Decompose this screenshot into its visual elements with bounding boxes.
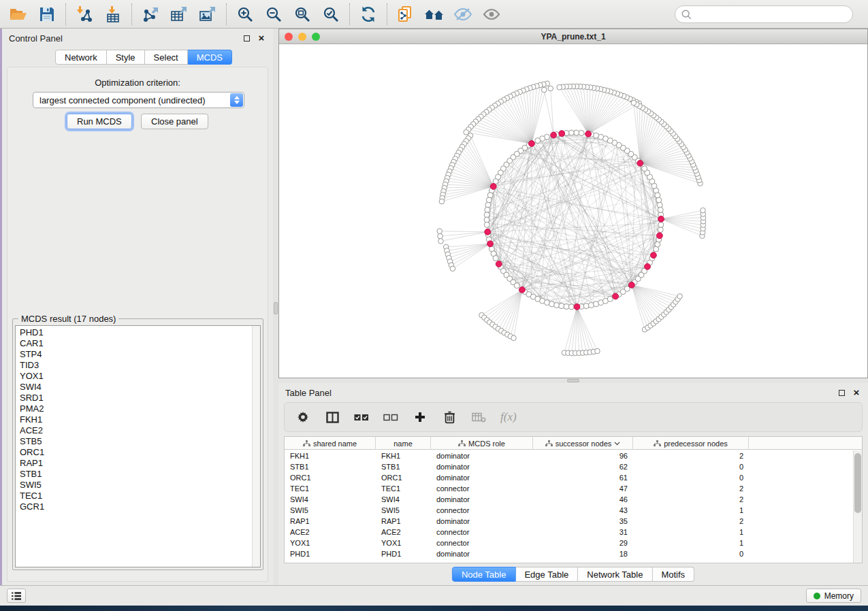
column-header-shared-name[interactable]: shared name — [285, 437, 376, 450]
delete-column-button[interactable] — [442, 410, 457, 425]
first-neighbors-button[interactable] — [423, 3, 445, 25]
scrollbar-thumb[interactable] — [854, 453, 861, 513]
splitter-handle[interactable] — [274, 302, 278, 314]
mcds-result-item[interactable]: GCR1 — [16, 501, 251, 512]
delete-table-icon — [472, 412, 486, 423]
mcds-result-item[interactable]: ORC1 — [16, 447, 251, 458]
run-mcds-button[interactable]: Run MCDS — [67, 114, 132, 129]
mcds-result-item[interactable]: ACE2 — [16, 425, 251, 436]
float-icon — [839, 390, 845, 396]
mcds-result-item[interactable]: STP4 — [16, 349, 251, 360]
mcds-result-item[interactable]: STB1 — [16, 469, 251, 480]
refresh-view-button[interactable] — [357, 3, 379, 25]
float-icon — [244, 35, 250, 42]
column-header-MCDS-role[interactable]: MCDS role — [431, 437, 533, 450]
mcds-result-item[interactable]: SWI5 — [16, 480, 251, 491]
table-cell: 46 — [533, 494, 633, 505]
export-image-button[interactable] — [197, 3, 219, 25]
zoom-out-button[interactable] — [263, 3, 285, 25]
mcds-result-item[interactable]: SWI4 — [16, 382, 251, 393]
zoom-selected-button[interactable] — [320, 3, 342, 25]
criterion-select[interactable]: largest connected component (undirected) — [33, 92, 244, 108]
close-panel-button-mcds[interactable]: Close panel — [141, 114, 208, 129]
open-session-button[interactable] — [7, 3, 29, 25]
table-row[interactable]: RAP1RAP1dominator352 — [285, 516, 852, 527]
float-panel-button[interactable] — [242, 33, 251, 43]
import-network-button[interactable] — [74, 3, 95, 25]
search-input[interactable] — [695, 10, 847, 19]
table-header-row: shared namenameMCDS rolesuccessor nodesp… — [285, 437, 862, 450]
export-table-icon — [170, 5, 188, 23]
show-all-button[interactable] — [481, 3, 502, 25]
clone-network-button[interactable] — [395, 3, 417, 25]
deselect-all-columns-button[interactable] — [383, 410, 398, 425]
table-cell: dominator — [431, 494, 533, 505]
tab-select[interactable]: Select — [145, 50, 188, 65]
show-panel-list-button[interactable] — [7, 589, 26, 603]
table-cell: 0 — [633, 461, 749, 472]
network-canvas[interactable] — [279, 44, 867, 378]
select-all-columns-button[interactable] — [354, 410, 369, 425]
column-header-name[interactable]: name — [376, 437, 431, 450]
table-row[interactable]: ORC1ORC1dominator610 — [285, 472, 852, 483]
search-field[interactable] — [675, 5, 853, 23]
export-network-icon — [142, 5, 159, 23]
mcds-hub-node — [487, 241, 494, 247]
export-table-button[interactable] — [168, 3, 190, 25]
save-session-button[interactable] — [36, 3, 58, 25]
vertical-splitter[interactable] — [273, 29, 278, 585]
table-toolbar: f(x) — [284, 402, 863, 432]
table-row[interactable]: FKH1FKH1dominator962 — [285, 450, 852, 461]
create-column-button[interactable] — [413, 410, 428, 425]
mcds-result-item[interactable]: PMA2 — [16, 403, 251, 414]
mcds-result-item[interactable]: TEC1 — [16, 491, 251, 501]
tab-node-table[interactable]: Node Table — [452, 567, 516, 582]
table-settings-button[interactable] — [295, 410, 310, 425]
mcds-result-item[interactable]: CAR1 — [16, 338, 251, 349]
mcds-list-scrollbar[interactable] — [252, 326, 260, 567]
close-panel-button[interactable]: × — [257, 33, 266, 43]
table-cell: STB1 — [285, 461, 376, 472]
tab-mcds[interactable]: MCDS — [188, 50, 232, 65]
column-label: MCDS role — [468, 440, 505, 448]
import-table-button[interactable] — [102, 3, 124, 25]
mcds-result-item[interactable]: YOX1 — [16, 371, 251, 382]
table-row[interactable]: PHD1PHD1dominator180 — [285, 548, 852, 559]
mcds-result-item[interactable]: RAP1 — [16, 458, 251, 469]
table-cell: ORC1 — [376, 472, 431, 483]
table-cell: PHD1 — [376, 548, 431, 559]
table-row[interactable]: STB1STB1dominator620 — [285, 461, 852, 472]
tab-network-table[interactable]: Network Table — [578, 567, 652, 582]
table-cell: RAP1 — [376, 516, 431, 527]
table-row[interactable]: SWI4SWI4dominator462 — [285, 494, 852, 505]
mcds-result-item[interactable]: TID3 — [16, 360, 251, 371]
column-header-predecessor-nodes[interactable]: predecessor nodes — [633, 437, 749, 450]
columns-icon — [326, 412, 339, 423]
mcds-hub-node — [651, 252, 657, 259]
hide-unselected-button[interactable] — [452, 3, 474, 25]
splitter-handle[interactable] — [567, 379, 579, 382]
zoom-fit-button[interactable] — [291, 3, 313, 25]
float-panel-button[interactable] — [837, 388, 846, 397]
zoom-in-button[interactable] — [234, 3, 256, 25]
tab-edge-table[interactable]: Edge Table — [515, 567, 578, 582]
horizontal-splitter[interactable] — [278, 378, 868, 383]
mcds-result-item[interactable]: STB5 — [16, 436, 251, 447]
table-scrollbar[interactable] — [853, 450, 862, 563]
close-panel-button[interactable]: × — [852, 388, 861, 397]
tab-network[interactable]: Network — [55, 50, 107, 65]
column-header-successor-nodes[interactable]: successor nodes — [533, 437, 633, 450]
table-row[interactable]: ACE2ACE2connector311 — [285, 527, 852, 538]
table-row[interactable]: TEC1TEC1connector472 — [285, 483, 852, 494]
table-row[interactable]: SWI5SWI5connector431 — [285, 505, 852, 516]
tab-motifs[interactable]: Motifs — [652, 567, 694, 582]
table-panel-tabs: Node TableEdge TableNetwork TableMotifs — [452, 567, 694, 582]
table-row[interactable]: YOX1YOX1connector291 — [285, 538, 852, 548]
tab-style[interactable]: Style — [107, 50, 145, 65]
mcds-result-item[interactable]: SRD1 — [16, 393, 251, 403]
mcds-result-item[interactable]: FKH1 — [16, 414, 251, 425]
export-network-button[interactable] — [140, 3, 161, 25]
show-column-panel-button[interactable] — [325, 410, 340, 425]
mcds-result-item[interactable]: PHD1 — [16, 327, 251, 338]
memory-button[interactable]: Memory — [806, 589, 861, 603]
